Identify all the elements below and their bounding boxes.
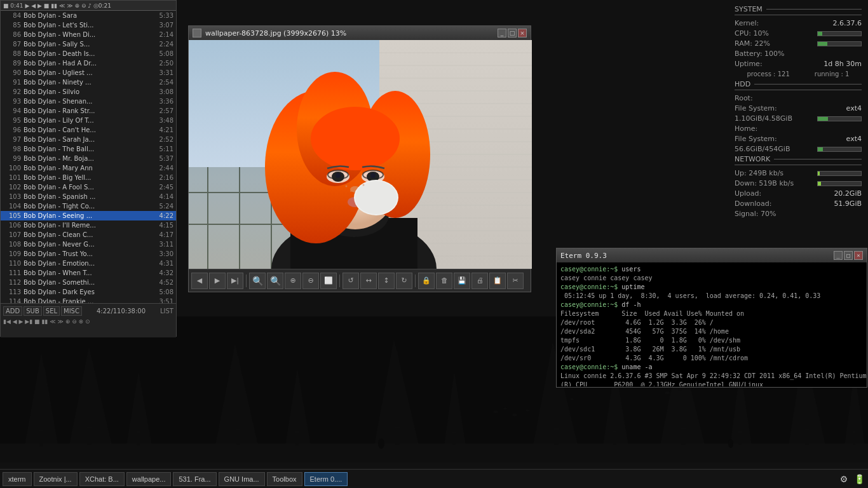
delete-btn[interactable]: 🗑 — [436, 273, 452, 289]
svg-point-38 — [526, 410, 529, 412]
flip-h-btn[interactable]: ↔ — [360, 273, 377, 289]
playlist-item[interactable]: 101Bob Dylan - Big Yell...2:16 — [1, 173, 176, 182]
playlist-item[interactable]: 94Bob Dylan - Rank Str...2:57 — [1, 106, 176, 116]
playlist-item[interactable]: 111Bob Dylan - When T...4:32 — [1, 268, 176, 278]
sysmon-signal-row: Signal: 70% — [735, 210, 862, 218]
viewer-close-btn[interactable]: × — [518, 29, 527, 37]
playlist-item[interactable]: 88Bob Dylan - Death Is...5:08 — [1, 49, 176, 58]
sel-btn[interactable]: SEL — [43, 306, 60, 316]
add-btn[interactable]: ADD — [3, 306, 22, 316]
terminal-maximize-btn[interactable]: □ — [844, 251, 853, 260]
svg-rect-29 — [738, 432, 742, 445]
svg-rect-19 — [452, 433, 456, 445]
playlist-item[interactable]: 103Bob Dylan - Spanish ...4:14 — [1, 192, 176, 201]
prev-btn[interactable]: ◀ — [191, 273, 208, 289]
music-player-title: ■ 0:41 ▶ ◀ ▶ ■ ▮▮ ≪ ≫ ⊕ ⊖ ♪ ◎ — [3, 3, 98, 9]
taskbar-btn-xchat[interactable]: XChat: B... — [79, 472, 125, 486]
sysmon-cpu-bar — [817, 31, 862, 36]
sysmon-running-label: running : 1 — [815, 71, 850, 78]
playback-controls: ADD SUB SEL MISC — [3, 306, 82, 316]
playlist-item[interactable]: 105Bob Dylan - Seeing ...4:22 — [1, 211, 176, 220]
play-btn[interactable]: ▶| — [227, 273, 243, 289]
zoom-fit-btn[interactable]: ⊕ — [285, 273, 301, 289]
playlist-item[interactable]: 97Bob Dylan - Sarah Ja...2:52 — [1, 135, 176, 144]
next-btn[interactable]: ▶ — [209, 273, 226, 289]
viewer-app-icon — [193, 29, 201, 37]
playlist-item[interactable]: 92Bob Dylan - Silvio3:08 — [1, 87, 176, 97]
sysmon-hdd-title: HDD — [735, 80, 862, 90]
taskbar-btn-531[interactable]: 531. Fra... — [173, 472, 216, 486]
playlist-item[interactable]: 98Bob Dylan - The Ball...5:11 — [1, 144, 176, 154]
playlist-item[interactable]: 108Bob Dylan - Never G...3:11 — [1, 240, 176, 249]
playlist-item[interactable]: 114Bob Dylan - Frankie ...3:51 — [1, 297, 176, 303]
sysmon-up-bar — [817, 171, 862, 176]
terminal-close-btn[interactable]: × — [854, 251, 863, 260]
sub-btn[interactable]: SUB — [24, 306, 42, 316]
playlist-item[interactable]: 89Bob Dylan - Had A Dr...2:50 — [1, 58, 176, 68]
sysmon-process-row: process : 121 running : 1 — [735, 71, 862, 78]
transport-controls: ▮◀ ◀ ▶ ▶▮ ■ ▮▮ ≪ ≫ ⊕ ⊖ ⊗ ⊙ — [3, 318, 173, 325]
playlist-item[interactable]: 84Bob Dylan - Sara5:33 — [1, 11, 176, 20]
tray-icon-power[interactable]: 🔋 — [853, 473, 865, 485]
playlist-item[interactable]: 91Bob Dylan - Ninety ...2:54 — [1, 78, 176, 87]
rotate-cw-btn[interactable]: ↻ — [396, 273, 412, 289]
svg-point-41 — [678, 389, 682, 391]
sysmon-root-size: 1.10GiB/4.58GiB — [735, 114, 792, 123]
lock-btn[interactable]: 🔒 — [418, 273, 435, 289]
playlist-item[interactable]: 106Bob Dylan - I'll Reme...4:15 — [1, 220, 176, 230]
playlist-item[interactable]: 102Bob Dylan - A Fool S...2:45 — [1, 182, 176, 192]
viewer-maximize-btn[interactable]: □ — [508, 29, 517, 37]
playlist-item[interactable]: 95Bob Dylan - Lily Of T...3:48 — [1, 116, 176, 125]
playlist-item[interactable]: 104Bob Dylan - Tight Co...5:24 — [1, 201, 176, 211]
print-btn[interactable]: 🖨 — [471, 273, 488, 289]
sysmon-download-value: 51.9GiB — [834, 200, 862, 208]
playlist-item[interactable]: 96Bob Dylan - Can't He...4:21 — [1, 125, 176, 135]
flip-v-btn[interactable]: ↕ — [378, 273, 395, 289]
zoom-actual-btn[interactable]: ⊖ — [302, 273, 319, 289]
playlist-item[interactable]: 93Bob Dylan - Shenan...3:36 — [1, 97, 176, 106]
term-line-9: tmpfs 1.8G 0 1.8G 0% /dev/shm — [560, 336, 863, 345]
playlist-item[interactable]: 99Bob Dylan - Mr. Boja...5:37 — [1, 154, 176, 163]
terminal-minimize-btn[interactable]: _ — [834, 251, 843, 260]
copy-btn[interactable]: 📋 — [489, 273, 506, 289]
terminal-title: Eterm 0.9.3 — [560, 252, 607, 260]
playlist-item[interactable]: 112Bob Dylan - Somethi...4:52 — [1, 278, 176, 287]
playlist-item[interactable]: 107Bob Dylan - Clean C...4:17 — [1, 230, 176, 240]
playlist-item[interactable]: 90Bob Dylan - Ugliest ...3:31 — [1, 68, 176, 78]
taskbar-btn-gnu-image[interactable]: GNU Ima... — [219, 472, 265, 486]
cut-btn[interactable]: ✂ — [507, 273, 524, 289]
sysmon-kernel-label: Kernel: — [735, 19, 779, 27]
playlist-item[interactable]: 87Bob Dylan - Sally S...2:24 — [1, 39, 176, 49]
list-btn[interactable]: LIST — [160, 308, 173, 315]
svg-point-36 — [503, 408, 507, 410]
taskbar-btn-eterm[interactable]: Eterm 0.... — [304, 472, 348, 486]
playlist-item[interactable]: 110Bob Dylan - Emotion...4:31 — [1, 259, 176, 268]
svg-point-81 — [336, 173, 341, 178]
music-controls: ADD SUB SEL MISC 4:22/110:38:00 LIST ▮◀ … — [1, 303, 176, 337]
sysmon-kernel-row: Kernel: 2.6.37.6 — [735, 19, 862, 27]
term-line-14: (R) CPU P6200 @ 2.13GHz GenuineIntel GNU… — [560, 381, 863, 386]
tray-icon-settings[interactable]: ⚙ — [837, 473, 850, 485]
save-btn[interactable]: 💾 — [454, 273, 470, 289]
terminal-body[interactable]: casey@connie:~$ users casey connie casey… — [557, 262, 867, 386]
taskbar-btn-xterm[interactable]: xterm — [3, 472, 32, 486]
sysmon-kernel-value: 2.6.37.6 — [833, 19, 862, 27]
playlist-item[interactable]: 100Bob Dylan - Mary Ann2:44 — [1, 163, 176, 173]
playlist-item[interactable]: 109Bob Dylan - Trust Yo...3:30 — [1, 249, 176, 259]
sysmon-download-row: Download: 51.9GiB — [735, 200, 862, 208]
sysmon-cpu-label: CPU: 10% — [735, 29, 779, 37]
taskbar-btn-toolbox[interactable]: Toolbox — [267, 472, 302, 486]
rotate-ccw-btn[interactable]: ↺ — [342, 273, 359, 289]
zoom-in-btn[interactable]: 🔍 — [267, 273, 283, 289]
misc-btn[interactable]: MISC — [61, 306, 82, 316]
taskbar-btn-zootnix[interactable]: Zootnix |... — [34, 472, 78, 486]
playlist-item[interactable]: 86Bob Dylan - When Di...2:14 — [1, 30, 176, 39]
zoom-out-btn[interactable]: 🔍 — [249, 273, 266, 289]
viewer-minimize-btn[interactable]: _ — [498, 29, 506, 37]
playlist-item[interactable]: 85Bob Dylan - Let's Sti...3:07 — [1, 20, 176, 30]
term-line-12: casey@connie:~$ uname -a — [560, 363, 863, 372]
taskbar-btn-wallpaper[interactable]: wallpape... — [126, 472, 172, 486]
playlist-item[interactable]: 113Bob Dylan - Dark Eyes5:08 — [1, 287, 176, 297]
term-line-5: casey@connie:~$ df -h — [560, 301, 863, 309]
fullscreen-btn[interactable]: ⬜ — [320, 273, 337, 289]
